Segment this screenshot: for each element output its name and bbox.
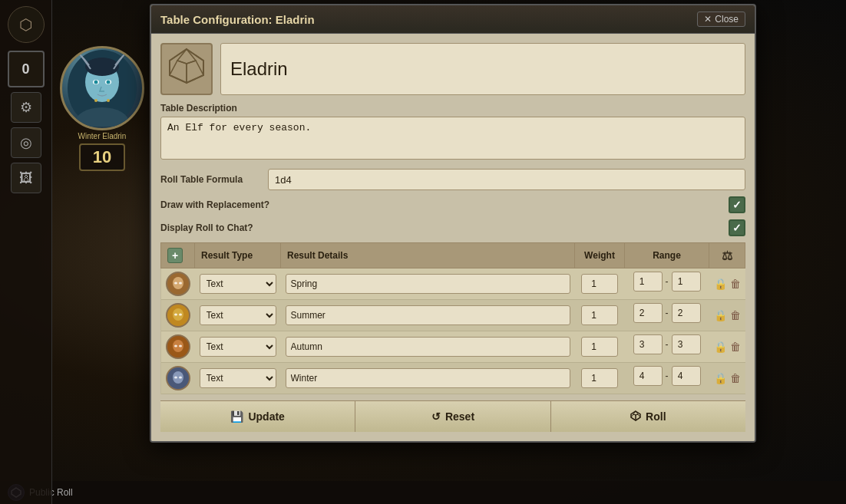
range-high-3[interactable] — [672, 334, 701, 354]
range-low-1[interactable] — [633, 272, 663, 292]
app-icon: ⬡ — [8, 6, 45, 43]
detail-input-1[interactable] — [286, 274, 570, 294]
update-button[interactable]: 💾 Update — [160, 401, 355, 432]
svg-point-19 — [179, 282, 182, 285]
trash-icon-3[interactable]: 🗑 — [730, 341, 741, 353]
type-select-2[interactable]: TextDocumentItemMacroSceneActor — [200, 305, 276, 325]
row-portrait-1[interactable] — [166, 272, 190, 296]
detail-input-4[interactable] — [286, 368, 570, 388]
range-high-2[interactable] — [672, 303, 701, 323]
type-select-4[interactable]: TextDocumentItemMacroSceneActor — [200, 368, 276, 388]
result-table: + Result Type Result Details Weight Rang… — [160, 242, 745, 394]
svg-point-9 — [107, 99, 110, 102]
table-row: TextDocumentItemMacroSceneActor-🔒🗑 — [161, 268, 745, 300]
svg-point-18 — [174, 282, 177, 285]
weight-input-4[interactable] — [581, 368, 618, 388]
formula-input[interactable] — [268, 169, 745, 190]
formula-label: Roll Table Formula — [160, 174, 260, 185]
roll-button[interactable]: Roll — [551, 401, 745, 432]
col-add: + — [161, 243, 195, 268]
svg-marker-12 — [187, 61, 203, 83]
modal-header: Table Configuration: Eladrin ✕ Close — [151, 5, 755, 34]
lock-icon-4[interactable]: 🔒 — [714, 372, 727, 384]
row-portrait-4[interactable] — [166, 366, 190, 390]
range-low-4[interactable] — [633, 366, 663, 386]
svg-point-30 — [174, 377, 177, 379]
trash-icon-1[interactable]: 🗑 — [730, 278, 741, 290]
range-high-4[interactable] — [672, 366, 701, 386]
modal-title: Table Configuration: Eladrin — [160, 13, 315, 26]
row-actions-3: 🔒🗑 — [714, 341, 741, 353]
description-label: Table Description — [160, 103, 745, 114]
modal-body: Table Description An Elf for every seaso… — [151, 34, 755, 441]
close-button[interactable]: ✕ Close — [697, 12, 745, 27]
weight-input-2[interactable] — [581, 305, 618, 325]
row-portrait-3[interactable] — [166, 334, 190, 359]
d20-icon — [167, 47, 206, 92]
draw-replacement-row: Draw with Replacement? — [160, 195, 745, 215]
lock-icon-2[interactable]: 🔒 — [714, 309, 727, 321]
row-actions-4: 🔒🗑 — [714, 372, 741, 384]
svg-point-3 — [85, 58, 119, 76]
counter-badge: 0 — [8, 51, 45, 87]
balance-icon: ⚖ — [722, 249, 732, 262]
draw-replacement-label: Draw with Replacement? — [160, 199, 269, 210]
row-actions-2: 🔒🗑 — [714, 309, 741, 321]
range-separator: - — [664, 308, 670, 318]
detail-input-2[interactable] — [286, 305, 570, 325]
character-portrait[interactable] — [60, 46, 144, 130]
update-icon: 💾 — [230, 410, 243, 423]
range-low-2[interactable] — [633, 303, 663, 323]
draw-replacement-checkbox[interactable] — [729, 196, 745, 213]
character-name: Winter Eladrin — [78, 132, 127, 140]
table-icon-box[interactable] — [160, 43, 213, 95]
image-icon[interactable]: 🖼 — [11, 163, 41, 193]
formula-row: Roll Table Formula — [160, 169, 745, 190]
svg-marker-13 — [170, 61, 187, 83]
range-separator: - — [664, 339, 670, 350]
svg-point-26 — [174, 345, 177, 348]
svg-point-23 — [179, 314, 182, 316]
row-portrait-2[interactable] — [166, 303, 190, 328]
roll-icon — [630, 410, 641, 423]
svg-point-31 — [179, 377, 182, 379]
close-x-icon: ✕ — [704, 14, 712, 25]
type-select-3[interactable]: TextDocumentItemMacroSceneActor — [200, 337, 276, 357]
weight-input-3[interactable] — [581, 337, 618, 357]
detail-input-3[interactable] — [286, 337, 570, 357]
character-hp[interactable]: 10 — [79, 143, 125, 171]
table-row: TextDocumentItemMacroSceneActor-🔒🗑 — [161, 300, 745, 331]
update-label: Update — [248, 410, 284, 423]
range-high-1[interactable] — [672, 272, 701, 292]
svg-point-22 — [174, 314, 177, 316]
lock-icon-1[interactable]: 🔒 — [714, 278, 727, 290]
target-icon[interactable]: ◎ — [11, 127, 41, 158]
description-textarea[interactable]: An Elf for every season. — [160, 117, 745, 160]
table-row: TextDocumentItemMacroSceneActor-🔒🗑 — [161, 363, 745, 394]
portrait-svg — [68, 50, 137, 127]
lock-icon-3[interactable]: 🔒 — [714, 341, 727, 353]
reset-button[interactable]: ↺ Reset — [355, 401, 550, 432]
modal-overlay: Table Configuration: Eladrin ✕ Close — [150, 4, 756, 443]
reset-icon: ↺ — [431, 410, 441, 423]
display-roll-row: Display Roll to Chat? — [160, 218, 745, 238]
col-actions: ⚖ — [709, 243, 745, 268]
add-row-button[interactable]: + — [167, 248, 183, 263]
col-result-type: Result Type — [195, 243, 281, 268]
trash-icon-2[interactable]: 🗑 — [730, 309, 741, 321]
row-actions-1: 🔒🗑 — [714, 278, 741, 290]
table-row: TextDocumentItemMacroSceneActor-🔒🗑 — [161, 331, 745, 363]
svg-point-8 — [94, 99, 97, 102]
range-separator: - — [664, 276, 670, 287]
table-name-input[interactable] — [220, 43, 745, 95]
settings-icon[interactable]: ⚙ — [11, 92, 41, 123]
svg-point-6 — [94, 81, 98, 84]
roll-label: Roll — [646, 410, 666, 423]
display-roll-label: Display Roll to Chat? — [160, 222, 253, 233]
weight-input-1[interactable] — [581, 274, 618, 294]
type-select-1[interactable]: TextDocumentItemMacroSceneActor — [200, 274, 276, 294]
display-roll-checkbox[interactable] — [729, 219, 745, 236]
character-area: Winter Eladrin 10 — [52, 46, 152, 171]
trash-icon-4[interactable]: 🗑 — [730, 372, 741, 384]
range-low-3[interactable] — [633, 334, 663, 354]
